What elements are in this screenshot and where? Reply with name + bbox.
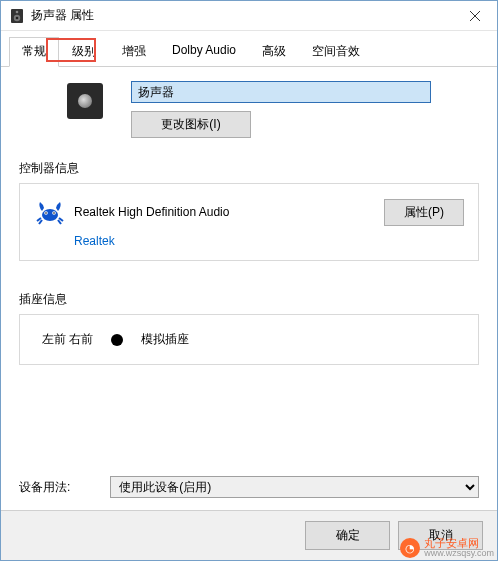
tab-enhancements[interactable]: 增强 [109, 37, 159, 67]
svg-line-14 [58, 220, 61, 224]
device-name-input[interactable] [131, 81, 431, 103]
tab-dolby[interactable]: Dolby Audio [159, 37, 249, 67]
tab-general[interactable]: 常规 [9, 37, 59, 67]
cancel-button[interactable]: 取消 [398, 521, 483, 550]
dialog-footer: 确定 取消 [1, 510, 497, 560]
svg-line-12 [39, 220, 42, 224]
controller-name: Realtek High Definition Audio [74, 205, 376, 219]
controller-group: Realtek High Definition Audio 属性(P) Real… [19, 183, 479, 261]
change-icon-button[interactable]: 更改图标(I) [131, 111, 251, 138]
jack-color-dot [111, 334, 123, 346]
controller-vendor: Realtek [74, 234, 464, 248]
close-button[interactable] [452, 1, 497, 30]
window-title: 扬声器 属性 [31, 7, 452, 24]
tab-levels[interactable]: 级别 [59, 37, 109, 67]
titlebar: 扬声器 属性 [1, 1, 497, 31]
svg-point-6 [42, 209, 58, 221]
svg-point-10 [53, 212, 55, 214]
jack-group: 左前 右前 模拟插座 [19, 314, 479, 365]
device-usage-select[interactable]: 使用此设备(启用) [110, 476, 479, 498]
svg-point-3 [16, 10, 19, 13]
tab-advanced[interactable]: 高级 [249, 37, 299, 67]
realtek-crab-icon [34, 196, 66, 228]
usage-label: 设备用法: [19, 479, 70, 496]
svg-point-2 [16, 16, 19, 19]
svg-point-9 [45, 212, 47, 214]
jack-type: 模拟插座 [141, 331, 189, 348]
jack-location: 左前 右前 [42, 331, 93, 348]
jack-group-label: 插座信息 [19, 291, 479, 308]
speaker-icon [67, 83, 103, 119]
tab-strip: 常规 级别 增强 Dolby Audio 高级 空间音效 [1, 31, 497, 67]
tab-content-general: 更改图标(I) 控制器信息 [1, 67, 497, 510]
app-icon [9, 8, 25, 24]
close-icon [470, 11, 480, 21]
controller-group-label: 控制器信息 [19, 160, 479, 177]
tab-spatial[interactable]: 空间音效 [299, 37, 373, 67]
controller-properties-button[interactable]: 属性(P) [384, 199, 464, 226]
ok-button[interactable]: 确定 [305, 521, 390, 550]
